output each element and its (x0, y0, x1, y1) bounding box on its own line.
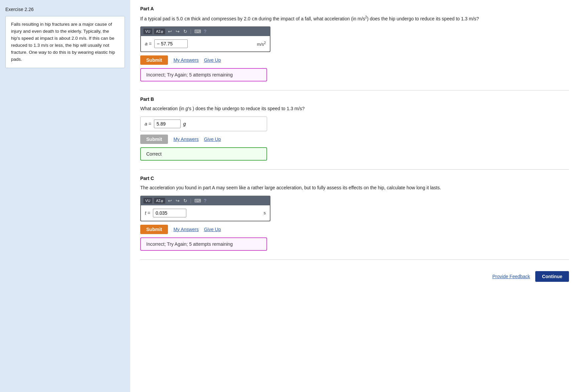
part-b-submit-button[interactable]: Submit (140, 135, 168, 144)
part-b-buttons: Submit My Answers Give Up (140, 135, 569, 144)
part-c-unit: s (264, 210, 266, 215)
refresh-icon-c[interactable]: ↻ (182, 198, 188, 203)
part-b-answer-input[interactable] (154, 120, 181, 128)
part-b-unit: g (183, 121, 186, 127)
sidebar: Exercise 2.26 Falls resulting in hip fra… (0, 0, 130, 392)
part-c-input-label: t = (145, 210, 150, 216)
part-c-buttons: Submit My Answers Give Up (140, 225, 569, 234)
part-a-buttons: Submit My Answers Give Up (140, 55, 569, 65)
part-a-unit: m/s2 (257, 41, 266, 47)
part-b-label: Part B (140, 96, 569, 102)
part-c-toolbar-wrapper: VU AΣφ ↩ ↪ ↻ | ⌨ ? t = s (140, 196, 270, 221)
part-c-input-row: t = s (141, 205, 270, 221)
part-c-question: The acceleration you found in part A may… (140, 184, 569, 192)
keyboard-icon-a[interactable]: ⌨ (193, 29, 202, 34)
part-c-section: Part C The acceleration you found in par… (140, 176, 569, 260)
part-a-give-up-button[interactable]: Give Up (204, 57, 221, 63)
part-a-toolbar: VU AΣφ ↩ ↪ ↻ | ⌨ ? (141, 27, 270, 36)
part-a-label: Part A (140, 6, 569, 11)
part-a-input-row: a = m/s2 (141, 36, 270, 52)
exercise-title: Exercise 2.26 (5, 7, 125, 12)
part-b-input-row: a = g (140, 117, 267, 131)
part-a-feedback: Incorrect; Try Again; 5 attempts remaini… (140, 68, 267, 81)
undo-icon[interactable]: ↩ (167, 29, 173, 34)
azphi-button[interactable]: AΣφ (154, 28, 165, 34)
part-c-my-answers-button[interactable]: My Answers (173, 227, 198, 232)
part-a-question: If a typical pad is 5.0 cm thick and com… (140, 15, 569, 22)
part-b-give-up-button[interactable]: Give Up (204, 137, 221, 142)
main-content: Part A If a typical pad is 5.0 cm thick … (130, 0, 579, 392)
part-c-submit-button[interactable]: Submit (140, 225, 168, 234)
part-b-input-label: a = (145, 121, 151, 127)
part-a-toolbar-wrapper: VU AΣφ ↩ ↪ ↻ | ⌨ ? a = m/s2 (140, 26, 270, 52)
part-a-my-answers-button[interactable]: My Answers (173, 57, 198, 63)
refresh-icon[interactable]: ↻ (182, 29, 188, 34)
redo-icon[interactable]: ↪ (175, 29, 181, 34)
separator-a: | (190, 29, 192, 34)
part-c-label: Part C (140, 176, 569, 181)
azphi-button-c[interactable]: AΣφ (154, 198, 165, 204)
part-a-input-label: a = (145, 41, 152, 46)
part-a-answer-input[interactable] (154, 39, 188, 48)
problem-box: Falls resulting in hip fractures are a m… (5, 16, 125, 68)
part-c-feedback: Incorrect; Try Again; 5 attempts remaini… (140, 237, 267, 251)
help-icon-a[interactable]: ? (204, 29, 206, 34)
part-a-section: Part A If a typical pad is 5.0 cm thick … (140, 6, 569, 90)
part-a-submit-button[interactable]: Submit (140, 55, 168, 65)
separator-c: | (190, 198, 192, 203)
provide-feedback-button[interactable]: Provide Feedback (493, 274, 530, 279)
vu-button-c[interactable]: VU (143, 198, 152, 204)
part-c-toolbar: VU AΣφ ↩ ↪ ↻ | ⌨ ? (141, 196, 270, 205)
redo-icon-c[interactable]: ↪ (175, 198, 181, 203)
problem-text: Falls resulting in hip fractures are a m… (11, 22, 115, 62)
keyboard-icon-c[interactable]: ⌨ (193, 198, 202, 203)
part-c-give-up-button[interactable]: Give Up (204, 227, 221, 232)
part-b-question: What acceleration (in g's ) does the hip… (140, 105, 569, 113)
part-b-section: Part B What acceleration (in g's ) does … (140, 96, 569, 170)
part-c-answer-input[interactable] (153, 209, 186, 217)
continue-button[interactable]: Continue (535, 271, 569, 282)
help-icon-c[interactable]: ? (204, 198, 206, 203)
undo-icon-c[interactable]: ↩ (167, 198, 173, 203)
bottom-actions: Provide Feedback Continue (140, 266, 569, 282)
part-b-my-answers-button[interactable]: My Answers (173, 137, 198, 142)
vu-button[interactable]: VU (143, 28, 152, 34)
part-b-feedback: Correct (140, 147, 267, 161)
